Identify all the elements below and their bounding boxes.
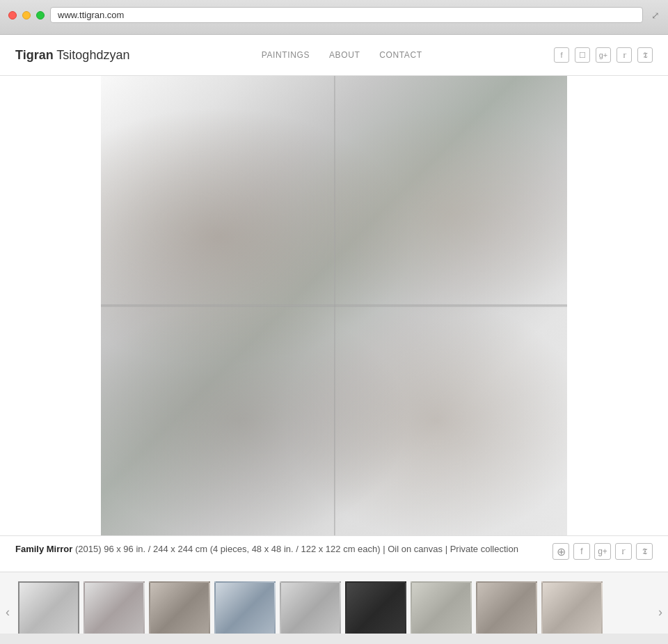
share-twitter-icon[interactable]: 𝕣 — [615, 543, 632, 560]
artwork-container — [0, 76, 668, 535]
thumbnail-3[interactable] — [149, 581, 210, 634]
thumbnail-img-4 — [216, 583, 274, 634]
address-bar[interactable]: www.ttigran.com — [50, 7, 643, 23]
thumbnail-img-9 — [543, 583, 601, 634]
logo-first-name: Tigran — [15, 48, 54, 62]
minimize-button[interactable] — [22, 11, 31, 19]
next-button[interactable]: › — [653, 578, 668, 634]
thumbnail-6[interactable] — [345, 581, 406, 634]
thumbnail-img-6 — [347, 583, 405, 634]
close-button[interactable] — [8, 11, 17, 19]
artwork-divider-horizontal — [101, 306, 567, 307]
thumbnail-img-8 — [477, 583, 536, 634]
thumbnail-1[interactable] — [18, 581, 79, 634]
expand-icon[interactable]: ⤢ — [651, 10, 660, 21]
share-googleplus-icon[interactable]: g+ — [594, 543, 611, 560]
thumbnail-strip: ‹ — [0, 572, 668, 634]
nav-about[interactable]: ABOUT — [329, 50, 360, 60]
maximize-button[interactable] — [36, 11, 45, 19]
website: Tigran Tsitoghdzyan PAINTINGS ABOUT CONT… — [0, 35, 668, 634]
caption-bar: Family Mirror (2015) 96 x 96 in. / 244 x… — [0, 535, 668, 572]
thumbnail-2[interactable] — [84, 581, 145, 634]
thumbnail-7[interactable] — [411, 581, 472, 634]
googleplus-icon[interactable]: g+ — [596, 47, 611, 63]
thumbnail-8[interactable] — [476, 581, 537, 634]
thumbnails — [15, 581, 653, 634]
logo-last-name: Tsitoghdzyan — [54, 48, 130, 62]
prev-button[interactable]: ‹ — [0, 578, 15, 634]
artwork-caption: Family Mirror (2015) 96 x 96 in. / 244 x… — [15, 543, 518, 556]
thumbnail-img-5 — [281, 583, 340, 634]
thumbnail-img-7 — [412, 583, 470, 634]
browser-chrome: www.ttigran.com ⤢ — [0, 0, 668, 35]
thumbnail-img-1 — [19, 583, 78, 634]
nav-contact[interactable]: CONTACT — [379, 50, 422, 60]
pinterest-icon[interactable]: 𝕿 — [637, 47, 653, 63]
thumbnail-img-3 — [150, 583, 209, 634]
artwork-year: (2015) — [75, 544, 102, 554]
zoom-icon[interactable]: ⊕ — [552, 543, 569, 560]
instagram-icon[interactable]: ☐ — [575, 47, 590, 63]
artwork-details: 96 x 96 in. / 244 x 244 cm (4 pieces, 48… — [104, 544, 518, 554]
share-pinterest-icon[interactable]: 𝕿 — [636, 543, 653, 560]
site-logo: Tigran Tsitoghdzyan — [15, 48, 129, 63]
thumbnail-9[interactable] — [541, 581, 603, 634]
share-facebook-icon[interactable]: f — [573, 543, 590, 560]
browser-controls: www.ttigran.com ⤢ — [8, 7, 660, 23]
thumbnail-5[interactable] — [280, 581, 341, 634]
thumbnail-img-2 — [85, 583, 143, 634]
twitter-icon[interactable]: 𝕣 — [617, 47, 632, 63]
thumbnail-4[interactable] — [214, 581, 276, 634]
artwork-image — [101, 76, 567, 535]
artwork-title: Family Mirror — [15, 544, 72, 554]
facebook-icon[interactable]: f — [554, 47, 569, 63]
site-nav: PAINTINGS ABOUT CONTACT — [262, 50, 422, 60]
nav-paintings[interactable]: PAINTINGS — [262, 50, 310, 60]
social-icons: f ☐ g+ 𝕣 𝕿 — [554, 47, 653, 63]
caption-icons: ⊕ f g+ 𝕣 𝕿 — [552, 543, 653, 560]
site-header: Tigran Tsitoghdzyan PAINTINGS ABOUT CONT… — [0, 35, 668, 76]
